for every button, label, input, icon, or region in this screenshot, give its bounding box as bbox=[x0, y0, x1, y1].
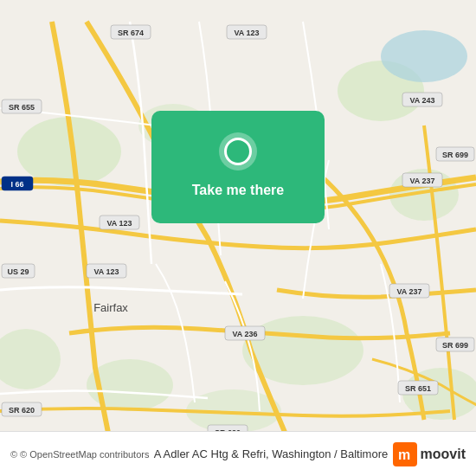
svg-text:SR 620: SR 620 bbox=[9, 406, 35, 415]
osm-attribution: © © OpenStreetMap contributors bbox=[10, 449, 149, 460]
take-me-there-button[interactable]: Take me there bbox=[175, 179, 301, 202]
svg-text:m: m bbox=[398, 447, 410, 462]
svg-text:SR 655: SR 655 bbox=[9, 103, 35, 112]
svg-text:VA 123: VA 123 bbox=[106, 219, 132, 228]
moovit-logo: m moovit bbox=[393, 442, 466, 466]
business-name: A Adler AC Htg & Refri, bbox=[154, 447, 269, 460]
map-container: SR 674 VA 123 SR 655 VA 243 I 66 VA 123 … bbox=[0, 0, 476, 476]
svg-text:VA 237: VA 237 bbox=[396, 287, 421, 296]
osm-copyright-symbol: © bbox=[10, 449, 17, 460]
bottom-bar: © © OpenStreetMap contributors A Adler A… bbox=[0, 431, 476, 476]
svg-text:SR 699: SR 699 bbox=[442, 151, 468, 159]
location-info: A Adler AC Htg & Refri, Washington / Bal… bbox=[154, 447, 389, 460]
moovit-text: moovit bbox=[421, 447, 466, 462]
svg-text:SR 699: SR 699 bbox=[442, 341, 468, 350]
location-pin-inner bbox=[224, 138, 252, 165]
svg-text:VA 237: VA 237 bbox=[409, 177, 434, 185]
svg-text:VA 123: VA 123 bbox=[234, 29, 259, 37]
svg-text:I 66: I 66 bbox=[10, 180, 23, 189]
svg-text:Fairfax: Fairfax bbox=[93, 301, 128, 314]
osm-text: © OpenStreetMap contributors bbox=[20, 449, 149, 460]
svg-text:VA 123: VA 123 bbox=[93, 267, 119, 276]
map-svg: SR 674 VA 123 SR 655 VA 243 I 66 VA 123 … bbox=[0, 0, 476, 476]
svg-text:US 29: US 29 bbox=[7, 267, 29, 276]
moovit-icon: m bbox=[393, 442, 417, 466]
green-card: Take me there bbox=[151, 111, 325, 223]
svg-text:VA 236: VA 236 bbox=[232, 330, 257, 338]
region-name: Washington / Baltimore bbox=[272, 447, 388, 460]
svg-text:SR 651: SR 651 bbox=[405, 384, 431, 393]
svg-text:VA 243: VA 243 bbox=[409, 96, 434, 105]
svg-point-10 bbox=[381, 30, 467, 82]
location-pin-icon bbox=[219, 132, 257, 170]
svg-text:SR 674: SR 674 bbox=[118, 29, 144, 37]
